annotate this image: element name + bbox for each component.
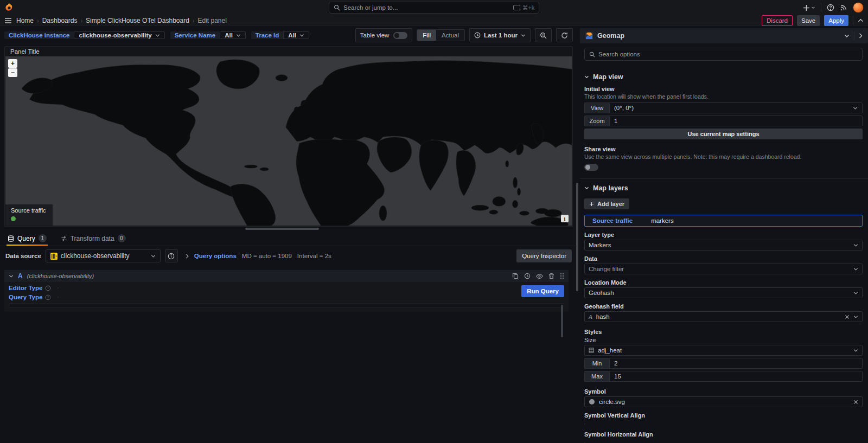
map-attribution-button[interactable]: i (561, 215, 569, 222)
legend-dot (11, 216, 16, 221)
layer-item[interactable]: Source traffic markers (584, 215, 863, 227)
run-query-button[interactable]: Run Query (521, 285, 564, 297)
fill-option[interactable]: Fill (417, 30, 436, 41)
query-inspector-button[interactable]: Query Inspector (516, 249, 572, 262)
zoom-out-time-button[interactable] (535, 28, 552, 42)
search-icon (334, 4, 340, 11)
variable-trace-id: Trace IdAll (251, 31, 309, 39)
menu-icon[interactable] (4, 17, 12, 24)
symbol-select[interactable]: circle.svg (584, 396, 863, 407)
share-view-label: Share view (584, 146, 863, 152)
symbol-horizontal-align-label: Symbol Horizontal Align (584, 431, 863, 438)
panel-title[interactable]: Panel Title (5, 47, 572, 56)
table-view-toggle[interactable]: Table view (355, 28, 413, 42)
chevron-down-icon (584, 187, 589, 190)
symbol-label: Symbol (584, 388, 863, 395)
drag-query-icon[interactable] (560, 273, 564, 279)
breadcrumb-item[interactable]: Dashboards (42, 17, 78, 24)
chevron-right-icon[interactable] (186, 254, 189, 259)
sql-editor[interactable] (9, 303, 564, 307)
chevron-down-icon (853, 315, 858, 319)
global-search[interactable]: ⌘+k (329, 2, 539, 14)
fill-actual-segment: Fill Actual (417, 29, 465, 41)
clear-icon[interactable] (853, 400, 858, 405)
add-layer-button[interactable]: Add layer (584, 198, 629, 209)
options-search-input[interactable] (598, 51, 858, 57)
actual-option[interactable]: Actual (436, 30, 464, 41)
delete-query-icon[interactable] (548, 273, 554, 279)
chevron-down-icon (521, 34, 526, 37)
map-zoom-out-button[interactable]: − (8, 68, 17, 77)
use-current-map-settings-button[interactable]: Use current map settings (584, 129, 863, 139)
location-mode-select[interactable]: Geohash (584, 287, 863, 298)
datasource-value: clickhouse-observability (61, 252, 148, 260)
refresh-button[interactable] (556, 28, 573, 42)
field-type-icon: A (589, 313, 592, 320)
section-map-layers[interactable]: Map layers (584, 184, 863, 192)
search-shortcut: ⌘+k (513, 4, 534, 11)
size-select[interactable]: adj_heat (584, 345, 863, 356)
map-canvas[interactable]: + − Source traffic i (5, 56, 572, 226)
data-select[interactable]: Change filter (584, 264, 863, 274)
collapse-query-icon[interactable] (9, 274, 14, 278)
datasource-picker[interactable]: clickhouse-observability (46, 249, 161, 262)
query-row-header[interactable]: A (clickhouse-observability) (4, 270, 569, 282)
query-history-icon[interactable] (524, 273, 531, 279)
viz-picker[interactable]: Geomap (580, 28, 868, 43)
hide-response-icon[interactable] (536, 273, 543, 279)
apply-button[interactable]: Apply (824, 15, 848, 26)
help-icon[interactable] (827, 4, 834, 11)
chevron-down-icon (853, 349, 858, 352)
layer-kind: markers (651, 217, 674, 224)
options-resize-handle[interactable] (576, 183, 578, 291)
share-view-toggle[interactable] (584, 164, 598, 171)
save-button[interactable]: Save (797, 15, 820, 26)
tab-query[interactable]: Query1 (7, 232, 48, 246)
clear-icon[interactable] (845, 314, 850, 319)
viz-picker-chevron-icon[interactable] (844, 34, 850, 38)
min-row: Min (584, 358, 863, 369)
datasource-help-button[interactable] (165, 249, 178, 262)
min-input[interactable] (614, 360, 858, 367)
breadcrumb-item[interactable]: Simple ClickHouse OTel Dashboard (86, 17, 189, 24)
collapse-options-icon[interactable] (858, 18, 864, 23)
zoom-row: Zoom (584, 115, 863, 126)
discard-button[interactable]: Discard (762, 15, 793, 26)
breadcrumb-item[interactable]: Edit panel (198, 17, 227, 24)
duplicate-query-icon[interactable] (512, 273, 519, 279)
panel-resize-handle[interactable] (245, 228, 319, 230)
variable-label: ClickHouse instance (4, 31, 74, 39)
view-select[interactable]: (0°, 0°) (609, 102, 863, 113)
variable-value-dropdown[interactable]: clickhouse-observability (74, 31, 164, 39)
divider (821, 3, 821, 12)
user-avatar[interactable] (853, 2, 864, 13)
search-input[interactable] (343, 4, 510, 11)
query-options-link[interactable]: Query options (194, 253, 237, 259)
zoom-input[interactable] (614, 118, 858, 124)
time-range-picker[interactable]: Last 1 hour (469, 28, 531, 42)
datasource-row: Data source clickhouse-observability Que… (0, 247, 577, 265)
section-map-view[interactable]: Map view (584, 73, 863, 81)
map-legend: Source traffic (5, 204, 53, 226)
variable-value-dropdown[interactable]: All (283, 31, 309, 39)
variable-value-dropdown[interactable]: All (220, 31, 246, 39)
layer-type-select[interactable]: Markers (584, 240, 863, 251)
add-menu-button[interactable] (803, 4, 815, 11)
database-icon (8, 235, 14, 242)
chevron-down-icon (151, 254, 156, 258)
view-label: View (584, 102, 609, 113)
collapse-pane-icon[interactable] (859, 33, 863, 38)
tab-transform-data[interactable]: Transform data0 (60, 232, 127, 246)
options-search[interactable] (584, 48, 863, 61)
editor-type-label: Editor Type (9, 285, 53, 291)
news-icon[interactable] (840, 4, 847, 11)
geohash-field-select[interactable]: A hash (584, 311, 863, 322)
location-mode-label: Location Mode (584, 279, 863, 286)
sql-scrollbar[interactable] (561, 305, 563, 337)
grafana-logo[interactable] (4, 3, 14, 12)
table-view-switch[interactable] (393, 32, 407, 39)
map-zoom-in-button[interactable]: + (8, 59, 17, 68)
max-label: Max (584, 371, 609, 382)
max-input[interactable] (614, 373, 858, 380)
breadcrumb-item[interactable]: Home (16, 17, 34, 24)
